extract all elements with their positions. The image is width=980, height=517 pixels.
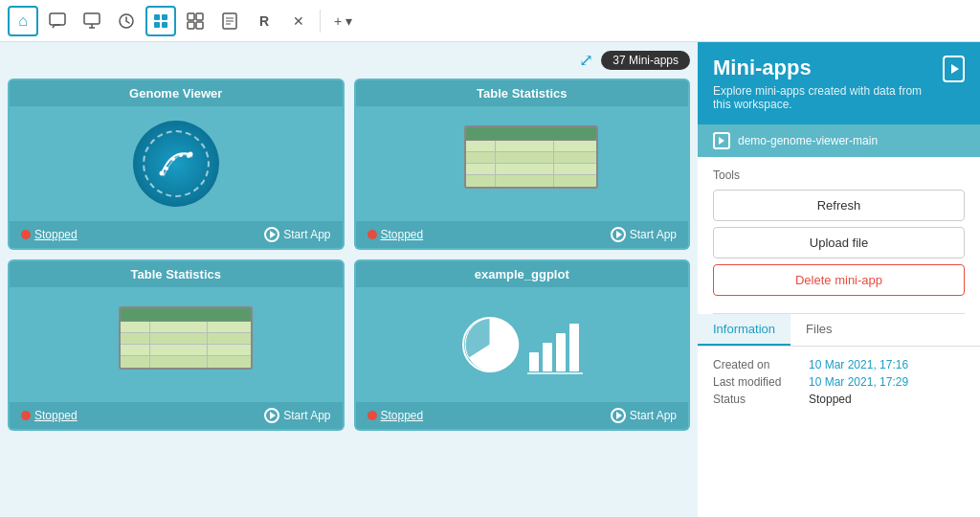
genome-viewer-icon (133, 121, 219, 207)
start-label: Start App (630, 228, 677, 241)
app-card-footer: Stopped Start App (356, 221, 689, 248)
tools-section: Tools Refresh Upload file Delete mini-ap… (698, 157, 980, 313)
workspace-icon (713, 132, 730, 149)
add-tab-button[interactable]: + ▾ (326, 6, 360, 36)
start-app-button[interactable]: Start App (264, 408, 330, 423)
app-card-title: example_ggplot (356, 261, 689, 287)
app-card-genome-viewer[interactable]: Genome Viewer (8, 79, 345, 250)
created-label: Created on (713, 358, 809, 371)
svg-rect-1 (84, 13, 100, 24)
info-section: Created on 10 Mar 2021, 17:16 Last modif… (698, 347, 980, 421)
play-triangle-icon (270, 231, 276, 238)
panel-header: Mini-apps Explore mini-apps created with… (698, 42, 980, 124)
app-card-table-stats-1[interactable]: Table Statistics (354, 79, 691, 250)
monitor-icon[interactable] (77, 6, 107, 36)
svg-rect-20 (543, 343, 552, 371)
svg-rect-0 (50, 13, 65, 25)
status-dot-red (368, 411, 377, 420)
info-row-status: Status Stopped (713, 393, 965, 406)
status-label[interactable]: Stopped (34, 228, 78, 241)
svg-point-16 (159, 171, 164, 176)
app-card-title: Table Statistics (356, 80, 689, 106)
play-circle-icon (264, 408, 279, 423)
left-panel: ⤢ 37 Mini-apps Genome Viewer (0, 42, 698, 517)
expand-icon[interactable]: ⤢ (579, 50, 593, 71)
status-stopped: Stopped (368, 409, 424, 422)
apps-grid: Genome Viewer (8, 79, 690, 431)
modified-value: 10 Mar 2021, 17:29 (809, 375, 908, 389)
app-card-table-stats-2[interactable]: Table Statistics (8, 259, 345, 431)
table-stats-icon (464, 125, 579, 202)
status-value: Stopped (809, 393, 852, 406)
start-label: Start App (283, 409, 330, 422)
home-icon[interactable]: ⌂ (8, 6, 38, 36)
modified-label: Last modified (713, 375, 809, 389)
app-card-title: Table Statistics (10, 261, 343, 287)
ggplot-icon (459, 314, 585, 376)
table-stats-icon-2 (119, 306, 234, 383)
upload-file-button[interactable]: Upload file (713, 227, 965, 258)
start-label: Start App (630, 409, 677, 422)
svg-rect-7 (188, 13, 194, 20)
svg-rect-8 (196, 13, 203, 20)
play-circle-icon (611, 408, 626, 423)
grid-icon[interactable] (180, 6, 211, 36)
status-label: Status (713, 393, 809, 406)
main-layout: ⤢ 37 Mini-apps Genome Viewer (0, 42, 980, 517)
panel-title: Mini-apps (713, 56, 943, 80)
play-triangle-icon (616, 231, 622, 238)
app-card-body (10, 287, 343, 402)
svg-rect-21 (556, 333, 566, 371)
status-label[interactable]: Stopped (34, 409, 78, 422)
refresh-button[interactable]: Refresh (713, 190, 965, 221)
badge-row: ⤢ 37 Mini-apps (8, 50, 690, 71)
status-label[interactable]: Stopped (381, 409, 424, 422)
app-card-ggplot[interactable]: example_ggplot (354, 259, 691, 431)
tab-files[interactable]: Files (791, 314, 847, 346)
mini-apps-badge: 37 Mini-apps (601, 51, 690, 70)
svg-marker-25 (719, 137, 724, 145)
start-label: Start App (283, 228, 330, 241)
svg-point-14 (179, 153, 183, 157)
created-value: 10 Mar 2021, 17:16 (809, 358, 908, 371)
svg-rect-19 (529, 352, 539, 371)
start-app-button[interactable]: Start App (611, 227, 677, 242)
app-card-footer: Stopped Start App (356, 402, 689, 429)
app-card-title: Genome Viewer (10, 80, 343, 106)
svg-rect-22 (569, 324, 579, 371)
tools-label: Tools (713, 169, 965, 182)
doc-icon[interactable] (214, 6, 245, 36)
close-tab-icon[interactable]: ✕ (283, 6, 314, 36)
info-row-created: Created on 10 Mar 2021, 17:16 (713, 358, 965, 371)
chat-icon[interactable] (42, 6, 73, 36)
status-dot-red (21, 230, 31, 239)
workspace-label: demo-genome-viewer-main (738, 134, 878, 147)
right-panel: Mini-apps Explore mini-apps created with… (698, 42, 980, 517)
start-app-button[interactable]: Start App (264, 227, 330, 242)
tabs-row: Information Files (698, 314, 980, 347)
status-stopped: Stopped (21, 409, 78, 422)
play-circle-icon (611, 227, 626, 242)
clock-icon[interactable] (111, 6, 142, 36)
app-card-footer: Stopped Start App (10, 402, 343, 429)
panel-header-icon[interactable] (943, 56, 965, 82)
svg-rect-6 (162, 22, 167, 28)
panel-header-text: Mini-apps Explore mini-apps created with… (713, 56, 943, 111)
start-app-button[interactable]: Start App (611, 408, 677, 423)
svg-rect-9 (188, 22, 194, 29)
svg-point-13 (171, 157, 175, 161)
apps-icon[interactable] (145, 6, 176, 36)
status-stopped: Stopped (368, 228, 424, 241)
play-triangle-icon (616, 412, 622, 419)
status-dot-red (368, 230, 377, 239)
svg-marker-24 (951, 64, 959, 74)
svg-rect-4 (162, 14, 167, 20)
tab-information[interactable]: Information (698, 314, 791, 346)
delete-mini-app-button[interactable]: Delete mini-app (713, 264, 965, 296)
toolbar-separator (320, 10, 321, 33)
status-label[interactable]: Stopped (381, 228, 424, 241)
toolbar: ⌂ (0, 0, 980, 42)
app-card-body (10, 106, 343, 221)
app-card-body (356, 287, 689, 402)
r-icon[interactable]: R (249, 6, 279, 36)
